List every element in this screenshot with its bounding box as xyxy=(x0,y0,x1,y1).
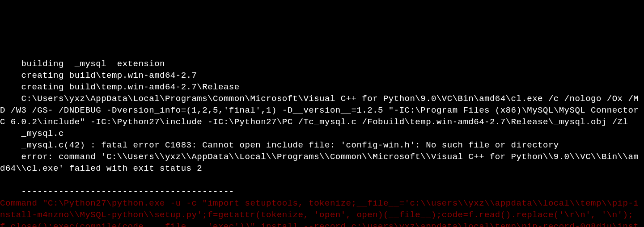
build-output: building _mysql extension creating build… xyxy=(0,59,644,197)
terminal-window[interactable]: building _mysql extension creating build… xyxy=(0,46,644,227)
error-output: Command "C:\Python27\python.exe -u -c "i… xyxy=(0,198,639,227)
